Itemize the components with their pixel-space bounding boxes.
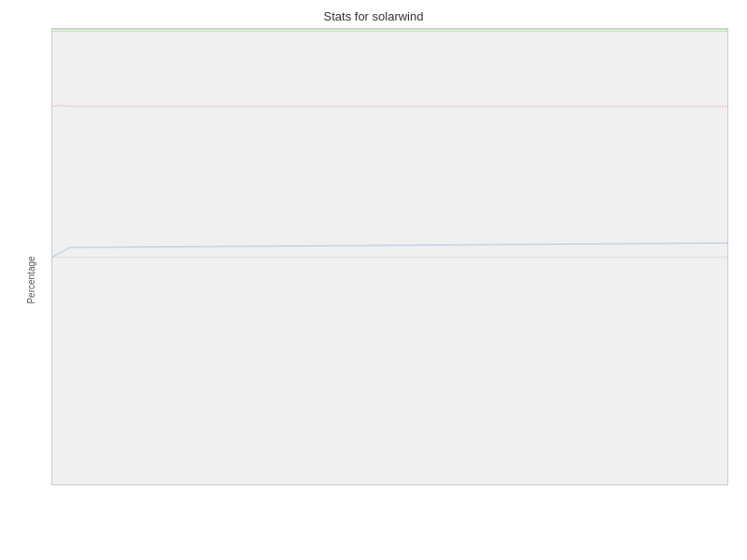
- line-security-traps: [52, 243, 727, 257]
- chart-title: Stats for solarwind: [0, 0, 747, 23]
- y-axis-label: Percentage: [26, 256, 36, 303]
- chart-area: 100 50 0 01.Jan.12 31.Dec.13 31.Dec.15 3…: [51, 28, 728, 485]
- chart-container: Stats for solarwind Percentage Security …: [0, 0, 747, 560]
- chart-inner: 100 50 0 01.Jan.12 31.Dec.13 31.Dec.15 3…: [52, 29, 727, 484]
- line-redtigers: [52, 105, 727, 106]
- chart-lines-svg: [52, 29, 727, 484]
